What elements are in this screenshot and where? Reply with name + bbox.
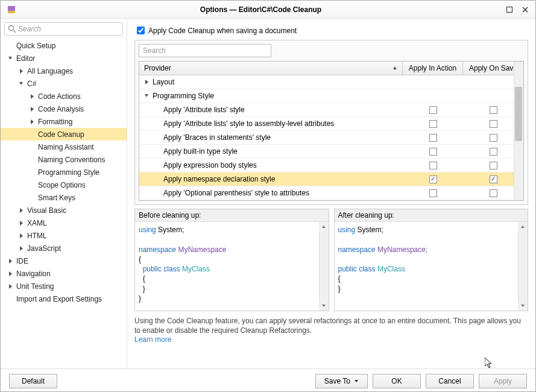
svg-marker-13 [20,208,23,213]
grid-scrollbar[interactable] [514,62,523,200]
provider-grid[interactable]: Provider Apply In Action Apply On Save L… [139,61,524,201]
apply-in-action-checkbox[interactable] [429,148,437,156]
tree-item-label: Code Cleanup [38,130,84,139]
provider-label: Apply namespace declaration style [163,175,275,183]
scroll-down-icon[interactable] [319,301,329,311]
tree-item[interactable]: Programming Style [1,166,127,179]
column-header-provider[interactable]: Provider [139,62,403,75]
chevron-right-icon[interactable] [17,68,25,75]
tree-item-label: HTML [27,232,47,240]
tree-item-label: C# [27,80,36,88]
after-scrollbar[interactable] [518,222,528,311]
apply-on-save-checkbox[interactable] [490,162,497,169]
tree-item[interactable]: Smart Keys [1,191,127,204]
svg-marker-27 [355,380,358,382]
chevron-down-icon[interactable] [7,55,14,62]
apply-in-action-checkbox[interactable] [429,189,437,197]
save-to-button[interactable]: Save To [315,374,368,388]
sidebar-search-input[interactable] [4,22,123,36]
apply-on-save-checkbox[interactable] [490,189,497,197]
tree-item[interactable]: Code Analysis [1,103,127,115]
provider-item-row[interactable]: Apply 'Braces in statements' style [139,131,523,145]
close-button[interactable] [517,2,533,17]
settings-tree[interactable]: Quick SetupEditorAll LanguagesC#Code Act… [1,39,127,368]
tree-item[interactable]: Import and Export Settings [1,292,127,305]
column-header-action[interactable]: Apply In Action [403,62,463,75]
provider-item-row[interactable]: Apply 'Attribute lists' style [139,103,523,117]
provider-item-row[interactable]: Apply namespace declaration style [139,172,523,186]
tree-item-label: Naming Assistant [38,143,94,151]
tree-item[interactable]: Code Cleanup [1,128,127,141]
cancel-button[interactable]: Cancel [426,374,474,388]
chevron-right-icon[interactable] [7,270,14,277]
apply-on-save-checkbox[interactable] [490,134,497,142]
svg-marker-8 [20,69,23,74]
chevron-right-icon[interactable] [7,283,14,290]
tree-item[interactable]: HTML [1,229,127,242]
tree-item[interactable]: Naming Conventions [1,153,127,166]
tree-item-label: All Languages [27,67,73,75]
tree-item[interactable]: Scope Options [1,179,127,191]
before-scrollbar[interactable] [319,222,329,311]
chevron-right-icon[interactable] [28,93,36,100]
apply-in-action-checkbox[interactable] [429,162,437,169]
tree-item[interactable]: XAML [1,217,127,229]
apply-on-save-checkbox[interactable] [137,27,145,34]
tree-item[interactable]: C# [1,77,127,90]
tree-item[interactable]: Visual Basic [1,204,127,217]
provider-item-row[interactable]: Apply expression body styles [139,159,523,172]
provider-group-row[interactable]: Programming Style [139,89,523,103]
chevron-right-icon[interactable] [28,118,36,125]
grid-scroll-thumb[interactable] [515,87,522,141]
chevron-right-icon[interactable] [143,78,150,86]
provider-item-row[interactable]: Apply 'Optional parenthesis' style to at… [139,186,523,200]
provider-search-input[interactable] [139,44,271,57]
apply-on-save-checkbox[interactable] [490,148,497,156]
ok-button[interactable]: OK [373,374,421,388]
apply-on-save-checkbox[interactable] [490,106,497,114]
tree-item[interactable]: IDE [1,254,127,267]
apply-on-save-checkbox[interactable] [490,120,497,128]
default-button[interactable]: Default [9,374,57,388]
svg-marker-20 [393,66,397,69]
scroll-up-icon[interactable] [518,222,528,232]
provider-item-row[interactable]: Apply 'Attribute lists' style to assembl… [139,117,523,131]
tree-item[interactable]: Navigation [1,267,127,280]
tree-item[interactable]: JavaScript [1,242,127,254]
after-code: using System; namespace MyNamespace; pub… [335,222,528,311]
chevron-right-icon[interactable] [17,220,25,227]
tree-item[interactable]: Code Actions [1,90,127,103]
apply-in-action-checkbox[interactable] [429,134,437,142]
apply-on-save-checkbox[interactable] [490,175,497,183]
svg-marker-9 [19,82,23,85]
chevron-right-icon[interactable] [28,106,36,113]
app-icon [7,5,16,14]
provider-group-row[interactable]: Layout [139,75,523,89]
tree-item[interactable]: Editor [1,52,127,65]
scroll-down-icon[interactable] [518,301,528,311]
apply-in-action-checkbox[interactable] [429,120,437,128]
svg-rect-2 [507,7,512,12]
tree-item[interactable]: Quick Setup [1,39,127,52]
tree-item[interactable]: All Languages [1,65,127,77]
apply-in-action-checkbox[interactable] [429,106,437,114]
apply-in-action-checkbox[interactable] [429,175,437,183]
tree-item[interactable]: Naming Assistant [1,141,127,153]
chevron-right-icon[interactable] [17,245,25,252]
scroll-up-icon[interactable] [319,222,329,232]
apply-on-save-row[interactable]: Apply Code Cleanup when saving a documen… [134,25,528,36]
provider-item-row[interactable]: Apply built-in type style [139,145,523,159]
tree-item[interactable]: Unit Testing [1,280,127,292]
svg-point-5 [9,26,14,31]
tree-item-label: JavaScript [27,244,61,253]
chevron-right-icon[interactable] [7,258,14,265]
chevron-right-icon[interactable] [17,207,25,214]
chevron-right-icon[interactable] [17,232,25,239]
chevron-down-icon[interactable] [143,92,150,100]
chevron-down-icon[interactable] [17,80,25,87]
tree-item[interactable]: Formatting [1,115,127,128]
learn-more-link[interactable]: Learn more [134,335,528,344]
maximize-button[interactable] [502,2,517,17]
svg-marker-14 [20,221,23,226]
apply-button[interactable]: Apply [479,374,527,388]
